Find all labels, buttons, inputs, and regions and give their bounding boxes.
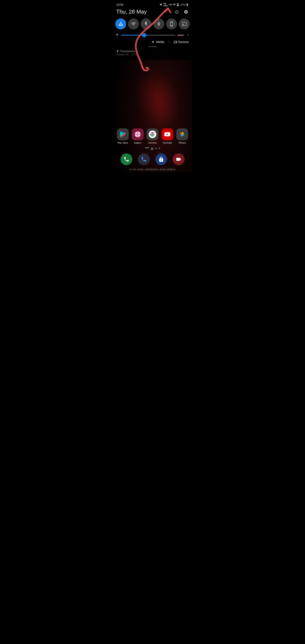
brightness-row [113, 32, 192, 39]
app-row: Play Store Gallery [113, 125, 192, 146]
svg-point-2 [137, 132, 138, 134]
brightness-low-icon [116, 33, 119, 37]
date-row: Thu, 28 May [113, 8, 192, 18]
svg-point-8 [152, 133, 154, 135]
location-icon [116, 50, 119, 52]
dock-camera-lock[interactable] [155, 153, 167, 165]
location-text: Thanisandra [120, 50, 135, 53]
page-indicator-4 [158, 148, 160, 149]
media-divider: | [168, 40, 170, 44]
media-button[interactable]: Media [152, 40, 164, 44]
pull-indicator [113, 46, 192, 48]
home-screen: Play Store Gallery [113, 125, 192, 172]
signal1-icon [173, 3, 176, 6]
header-controls [174, 9, 189, 15]
dock-phone[interactable] [120, 153, 132, 165]
app-playstore[interactable]: Play Store [117, 128, 129, 144]
carrier-text: Jio 4G | BSNL KARNATAKA | BSNL MOBILE [113, 168, 192, 172]
photos-label: Photos [178, 142, 186, 144]
battery-icon: 27% 🔋 [180, 4, 189, 6]
gallery-label: Gallery [134, 142, 141, 144]
youtube-label: YouTube [163, 142, 172, 144]
auto-brightness-indicator [178, 35, 184, 36]
status-time: 13:52 [116, 3, 124, 6]
pull-bar [148, 46, 157, 47]
signal2-icon [177, 3, 180, 6]
page-indicator-2 [151, 148, 153, 150]
app-chrome[interactable]: Chrome [146, 128, 158, 144]
status-icons: Vo)LTE1 LTE 27% 🔋 [160, 2, 189, 7]
media-devices-row: Media | Devices [113, 39, 192, 46]
status-bar: 13:52 Vo)LTE1 LTE 27% 🔋 [113, 0, 192, 8]
date-display: Thu, 28 May [116, 8, 147, 15]
location-info: Thanisandra Updated 28/... 11:21 [113, 48, 192, 58]
svg-point-4 [135, 134, 137, 135]
devices-label: Devices [178, 40, 189, 44]
chrome-label: Chrome [148, 142, 156, 144]
app-youtube[interactable]: YouTube [162, 128, 173, 144]
network-icon: Vo)LTE1 [163, 2, 168, 7]
toggle-bluetooth[interactable] [153, 18, 164, 30]
youtube-icon [162, 128, 173, 140]
dock-contacts[interactable] [138, 153, 150, 165]
chrome-icon [146, 128, 158, 140]
power-button[interactable] [174, 9, 180, 15]
location-updated: Updated 28/... 11:21 [116, 53, 189, 56]
playstore-label: Play Store [117, 142, 128, 144]
app-photos[interactable]: Photos [176, 128, 188, 144]
expand-brightness-button[interactable] [186, 33, 190, 38]
toggle-screenshot[interactable] [166, 18, 177, 30]
devices-button[interactable]: Devices [174, 40, 189, 44]
lte-icon: LTE [168, 4, 172, 6]
brightness-slider-container[interactable] [121, 33, 176, 37]
page-indicator-1 [145, 148, 149, 148]
dock-screen-recorder[interactable] [172, 153, 184, 165]
toggle-cast[interactable] [179, 18, 190, 30]
app-gallery[interactable]: Gallery [132, 128, 144, 144]
playstore-icon [117, 128, 129, 140]
toggle-torch[interactable] [141, 18, 152, 30]
quick-toggles [113, 18, 192, 32]
media-label: Media [156, 40, 164, 44]
gallery-icon [132, 128, 144, 140]
page-indicators [113, 146, 192, 152]
svg-point-1 [137, 134, 138, 135]
toggle-data[interactable] [115, 18, 126, 30]
svg-point-3 [137, 135, 138, 137]
toggle-wifi[interactable] [128, 18, 139, 30]
page-indicator-3 [155, 148, 157, 149]
location-name: Thanisandra [116, 50, 189, 53]
notification-shade: 13:52 Vo)LTE1 LTE 27% 🔋 Thu, 28 May [113, 0, 192, 60]
photos-icon [176, 128, 188, 140]
svg-point-5 [138, 134, 140, 135]
settings-button[interactable] [183, 9, 189, 15]
alarm-icon [160, 3, 162, 6]
dock [113, 152, 192, 168]
